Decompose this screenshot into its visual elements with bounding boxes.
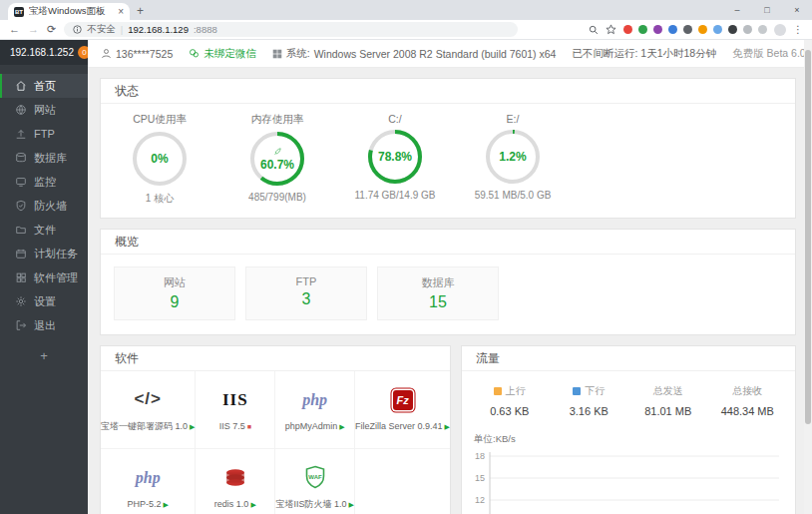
extension-icon[interactable] (698, 25, 707, 34)
stat-value: 448.34 MB (708, 405, 788, 417)
browser-tab[interactable]: BT 宝塔Windows面板 × (8, 3, 130, 20)
overview-box-websites[interactable]: 网站 9 (114, 266, 235, 320)
software-item-deploy[interactable]: </> 宝塔一键部署源码 1.0▶ (101, 371, 196, 449)
extension-icon[interactable] (623, 25, 632, 34)
status-running-icon: ▶ (164, 501, 169, 508)
overview-box-databases[interactable]: 数据库 15 (377, 266, 499, 320)
gauge-sublabel: 59.51 MB/5.0 GB (454, 190, 572, 201)
software-item-phpmyadmin[interactable]: php phpMyAdmin▶ (275, 371, 355, 449)
account-info[interactable]: 136****7525 (101, 48, 173, 60)
shield-icon (15, 200, 27, 212)
extension-icon[interactable] (713, 25, 722, 34)
status-panel: 状态 CPU使用率 0% 1 核心 内存使用率 (100, 78, 796, 219)
window-minimize-button[interactable]: – (722, 5, 752, 15)
tab-close-icon[interactable]: × (118, 6, 124, 17)
iis-logo: IIS (222, 390, 248, 410)
sidebar-add-button[interactable]: + (0, 348, 88, 363)
database-icon (15, 152, 27, 164)
sidebar-item-database[interactable]: 数据库 (0, 146, 88, 170)
info-icon[interactable] (73, 25, 82, 34)
software-item-waf[interactable]: WAF 宝塔IIS防火墙 1.0▶ (275, 449, 355, 514)
monitor-icon (15, 176, 27, 188)
sidebar-item-monitor[interactable]: 监控 (0, 170, 88, 194)
status-running-icon: ▶ (339, 423, 344, 430)
overview-value: 3 (246, 290, 366, 308)
bookmark-star-icon[interactable] (606, 24, 616, 35)
reload-icon[interactable]: ⟳ (47, 24, 56, 35)
traffic-stat-up: 上行 0.63 KB (470, 384, 550, 417)
sidebar-item-label: 首页 (34, 79, 56, 94)
sidebar-item-label: 计划任务 (34, 247, 78, 261)
gauge-value: 1.2% (484, 128, 542, 186)
extension-icon[interactable] (653, 25, 662, 34)
sidebar-item-label: 软件管理 (34, 270, 78, 285)
traffic-stat-total-received: 总接收 448.34 MB (708, 384, 788, 417)
panel-topbar: 136****7525 未绑定微信 系统: Windows Server 200… (88, 40, 812, 68)
sidebar-item-cron[interactable]: 计划任务 (0, 242, 88, 265)
url-separator: | (121, 24, 123, 35)
extension-icon[interactable] (743, 25, 752, 34)
sidebar-item-files[interactable]: 文件 (0, 218, 88, 242)
wechat-bind-link[interactable]: 未绑定微信 (189, 47, 256, 61)
extension-icon[interactable] (728, 25, 737, 34)
stat-value: 3.16 KB (550, 405, 629, 417)
new-tab-button[interactable]: + (137, 3, 144, 20)
url-port[interactable]: :8888 (194, 24, 217, 35)
scrollbar[interactable] (804, 40, 812, 514)
back-icon[interactable]: ← (9, 24, 20, 35)
sidebar-item-logout[interactable]: 退出 (0, 313, 88, 337)
sidebar-item-software[interactable]: 软件管理 (0, 265, 88, 289)
profile-avatar[interactable] (774, 24, 786, 36)
sidebar-item-label: FTP (34, 128, 55, 140)
overview-label: 网站 (115, 275, 234, 290)
gauge-sublabel: 1 核心 (101, 192, 218, 206)
window-close-button[interactable]: × (782, 5, 812, 15)
software-item-filezilla[interactable]: Fz FileZilla Server 0.9.41▶ (355, 371, 450, 449)
software-panel: 软件 </> 宝塔一键部署源码 1.0▶ IIS IIS 7.5■ php ph… (100, 345, 451, 514)
gauge-row: CPU使用率 0% 1 核心 内存使用率 (101, 104, 795, 218)
sidebar-item-firewall[interactable]: 防火墙 (0, 194, 88, 218)
chart-unit-label: 单位:KB/s (462, 419, 795, 448)
search-icon[interactable] (589, 25, 599, 35)
filezilla-logo: Fz (393, 390, 413, 410)
url-host[interactable]: 192.168.1.129 (128, 24, 189, 35)
software-item-php52[interactable]: php PHP-5.2▶ (101, 449, 196, 514)
system-info: 系统: Windows Server 2008 R2 Standard (bui… (272, 47, 557, 61)
server-ip: 192.168.1.252 (10, 47, 74, 58)
stat-label: 总发送 (653, 384, 683, 398)
software-item-iis[interactable]: IIS IIS 7.5■ (196, 371, 275, 449)
svg-text:18: 18 (475, 451, 485, 461)
overview-box-ftp[interactable]: FTP 3 (245, 266, 367, 320)
traffic-stat-total-sent: 总发送 81.01 MB (628, 384, 708, 417)
extension-icon[interactable] (668, 25, 677, 34)
forward-icon[interactable]: → (28, 24, 39, 35)
extension-icon[interactable] (758, 25, 767, 34)
sidebar-item-home[interactable]: 首页 (0, 74, 88, 98)
server-header[interactable]: 192.168.1.252 0 (0, 40, 88, 65)
extension-icon[interactable] (683, 25, 692, 34)
account-phone: 136****7525 (116, 48, 173, 60)
security-label[interactable]: 不安全 (87, 23, 116, 36)
address-bar[interactable]: 不安全 | 192.168.1.129 :8888 (64, 22, 518, 37)
browser-menu-icon[interactable]: ⋮ (793, 24, 803, 35)
window-maximize-button[interactable]: □ (752, 5, 782, 15)
sidebar-item-label: 监控 (34, 175, 56, 190)
rocket-icon[interactable] (272, 147, 282, 157)
toolbar-icons: ⋮ (528, 24, 803, 36)
status-running-icon: ▶ (190, 423, 195, 430)
gauge-sublabel: 485/799(MB) (218, 192, 336, 203)
overview-label: 数据库 (378, 275, 498, 290)
gauge-value: 60.7% (248, 130, 306, 188)
sidebar-item-website[interactable]: 网站 (0, 98, 88, 122)
scrollbar-thumb[interactable] (805, 50, 811, 424)
sidebar-item-ftp[interactable]: FTP (0, 122, 88, 146)
gauge-value: 0% (131, 130, 189, 188)
software-item-redis[interactable]: redis 1.0▶ (196, 449, 275, 514)
sidebar-item-settings[interactable]: 设置 (0, 289, 88, 313)
chart-grid: 1815129630 (475, 451, 779, 514)
software-name: 宝塔一键部署源码 1.0 (101, 420, 188, 433)
main-content: 状态 CPU使用率 0% 1 核心 内存使用率 (88, 68, 812, 514)
extension-icon[interactable] (638, 25, 647, 34)
status-running-icon: ▶ (250, 501, 255, 508)
wechat-bind-label: 未绑定微信 (203, 47, 256, 61)
